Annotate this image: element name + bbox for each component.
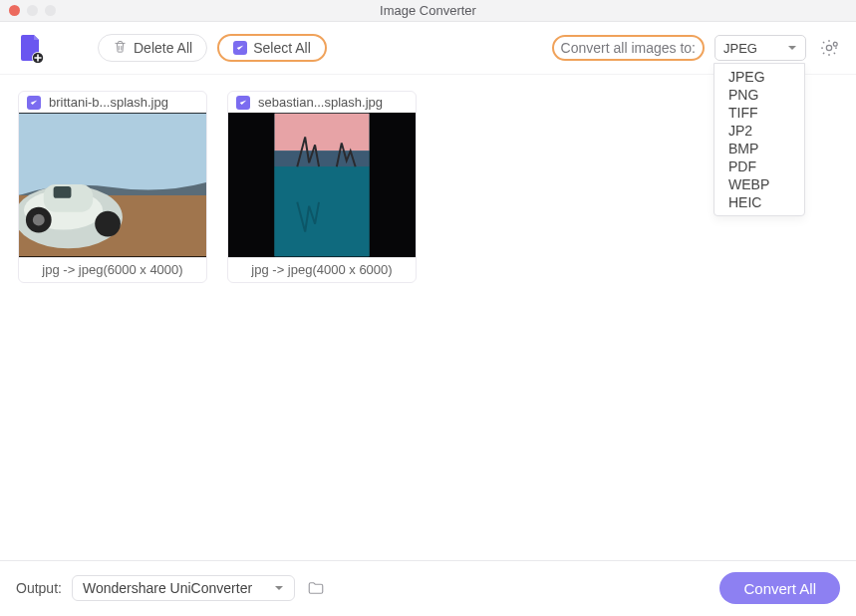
svg-rect-17 — [275, 166, 370, 256]
image-card[interactable]: sebastian...splash.jpg jpg -> jpeg(4000 … — [227, 91, 417, 283]
window-traffic-lights — [9, 5, 56, 16]
svg-rect-4 — [19, 114, 206, 195]
card-filename: brittani-b...splash.jpg — [49, 95, 168, 110]
titlebar: Image Converter — [0, 0, 856, 22]
checkbox-checked-icon — [233, 41, 247, 55]
card-thumbnail — [228, 113, 416, 257]
output-folder-select[interactable]: Wondershare UniConverter — [72, 575, 295, 601]
card-checkbox[interactable] — [236, 96, 250, 110]
svg-point-2 — [826, 45, 831, 50]
convert-all-button[interactable]: Convert All — [719, 572, 840, 604]
card-filename: sebastian...splash.jpg — [258, 95, 383, 110]
card-checkbox[interactable] — [27, 96, 41, 110]
format-option[interactable]: PNG — [714, 86, 804, 104]
delete-all-button[interactable]: Delete All — [98, 34, 207, 62]
card-meta: jpg -> jpeg(4000 x 6000) — [228, 257, 416, 282]
card-header: sebastian...splash.jpg — [228, 92, 416, 113]
card-header: brittani-b...splash.jpg — [19, 92, 206, 113]
format-option[interactable]: WEBP — [714, 175, 804, 193]
format-option[interactable]: JP2 — [714, 122, 804, 140]
settings-button[interactable] — [816, 35, 842, 61]
card-meta: jpg -> jpeg(6000 x 4000) — [19, 257, 206, 282]
folder-icon — [307, 579, 325, 597]
svg-point-10 — [95, 211, 121, 237]
footer-bar: Output: Wondershare UniConverter Convert… — [0, 560, 856, 616]
chevron-down-icon — [274, 580, 284, 596]
gear-icon — [819, 38, 839, 58]
svg-rect-15 — [275, 114, 370, 152]
format-option[interactable]: JPEG — [714, 68, 804, 86]
format-selected: JPEG — [723, 41, 757, 56]
svg-rect-12 — [54, 186, 72, 198]
output-folder-value: Wondershare UniConverter — [83, 580, 252, 596]
format-dropdown: JPEG PNG TIFF JP2 BMP PDF WEBP HEIC — [713, 63, 805, 216]
svg-point-3 — [833, 42, 837, 46]
format-option[interactable]: BMP — [714, 140, 804, 157]
format-select[interactable]: JPEG — [714, 35, 806, 61]
trash-icon — [113, 39, 128, 57]
open-folder-button[interactable] — [305, 577, 327, 599]
window-title: Image Converter — [0, 3, 856, 18]
delete-all-label: Delete All — [134, 40, 192, 56]
select-all-button[interactable]: Select All — [217, 34, 327, 62]
select-all-label: Select All — [253, 40, 311, 56]
add-document-icon — [18, 33, 44, 63]
svg-point-9 — [33, 214, 45, 226]
close-window-button[interactable] — [9, 5, 20, 16]
add-files-button[interactable] — [14, 31, 48, 65]
format-option[interactable]: PDF — [714, 157, 804, 175]
convert-to-label: Convert all images to: — [552, 35, 705, 61]
maximize-window-button[interactable] — [45, 5, 56, 16]
card-thumbnail — [19, 113, 206, 257]
output-label: Output: — [16, 580, 62, 596]
format-option[interactable]: TIFF — [714, 104, 804, 122]
format-option[interactable]: HEIC — [714, 193, 804, 211]
chevron-down-icon — [787, 41, 797, 56]
convert-all-label: Convert All — [743, 580, 816, 597]
minimize-window-button[interactable] — [27, 5, 38, 16]
image-card[interactable]: brittani-b...splash.jpg jpg -> jpeg(6000… — [18, 91, 207, 283]
